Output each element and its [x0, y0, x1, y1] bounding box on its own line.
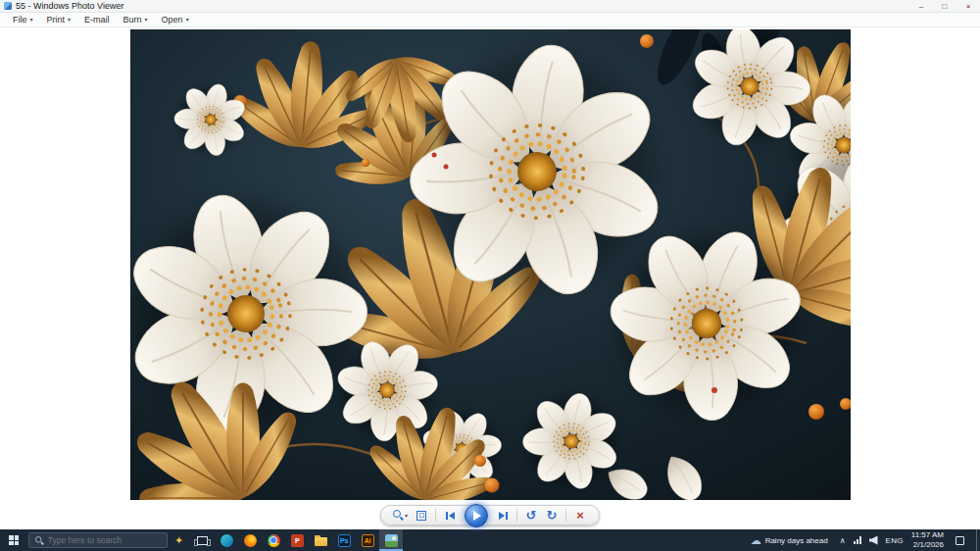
show-desktop-button[interactable] [976, 529, 980, 551]
actual-size-icon [416, 511, 426, 521]
system-tray: ☁ Rainy days ahead ∧ ENG 11:57 AM 2/1/20… [747, 529, 980, 551]
taskbar-app-file-explorer[interactable] [309, 529, 332, 551]
close-button[interactable]: × [956, 0, 980, 13]
previous-icon [446, 512, 448, 520]
viewer-content-area: ▾ ↺ ↻ × [0, 27, 980, 529]
chevron-down-icon: ▾ [145, 17, 148, 23]
volume-icon[interactable] [869, 536, 878, 545]
window-controls: – □ × [909, 0, 980, 13]
toolbar-separator [435, 509, 436, 522]
taskbar-app-illustrator[interactable]: Ai [356, 529, 379, 551]
next-icon [506, 512, 508, 520]
menu-open-label: Open [162, 15, 183, 25]
taskbar-search[interactable] [28, 532, 168, 548]
chevron-down-icon: ▾ [68, 17, 71, 23]
photoshop-icon: Ps [338, 534, 351, 547]
taskbar-app-chrome[interactable] [262, 529, 285, 551]
toolbar-separator [516, 509, 517, 522]
edge-icon [220, 534, 233, 547]
menu-burn-label: Burn [123, 15, 142, 25]
folder-icon [315, 537, 327, 546]
title-bar: 55 - Windows Photo Viewer – □ × [0, 0, 980, 13]
menu-print[interactable]: Print ▾ [40, 13, 78, 27]
chevron-down-icon: ▾ [186, 17, 189, 23]
magnifier-icon [393, 510, 404, 521]
menu-file-label: File [13, 15, 27, 25]
network-icon[interactable] [854, 536, 861, 544]
menu-burn[interactable]: Burn ▾ [117, 13, 155, 27]
next-button[interactable] [496, 508, 510, 524]
minimize-button[interactable]: – [909, 0, 933, 13]
window-title: 55 - Windows Photo Viewer [16, 0, 123, 13]
search-highlights-icon[interactable]: ✦ [168, 534, 190, 547]
taskbar-app-firefox[interactable] [238, 529, 262, 551]
actual-size-button[interactable] [415, 508, 428, 524]
start-button[interactable] [0, 529, 27, 551]
task-view-button[interactable] [197, 536, 208, 545]
windows-photo-viewer-window: 55 - Windows Photo Viewer – □ × File ▾ P… [0, 0, 980, 551]
clock-date: 2/1/2026 [911, 540, 944, 550]
rotate-left-button[interactable]: ↺ [524, 508, 538, 524]
flower-artwork [130, 29, 851, 500]
toolbar-separator [565, 509, 566, 522]
taskbar-app-photo-viewer[interactable] [379, 529, 403, 551]
firefox-icon [244, 534, 257, 547]
menu-email-label: E-mail [84, 15, 110, 25]
maximize-button[interactable]: □ [933, 0, 956, 13]
photo-image [130, 29, 851, 500]
taskbar-app-powerpoint[interactable]: P [285, 529, 309, 551]
menu-open[interactable]: Open ▾ [155, 13, 196, 27]
previous-icon [449, 512, 455, 520]
photo-viewer-app-icon [4, 2, 12, 10]
menu-print-label: Print [47, 15, 66, 25]
windows-logo-icon [9, 535, 19, 545]
menu-bar: File ▾ Print ▾ E-mail Burn ▾ Open ▾ [0, 13, 980, 27]
taskbar-app-microsoft-edge[interactable] [215, 529, 238, 551]
taskbar-clock[interactable]: 11:57 AM 2/1/2026 [911, 530, 944, 549]
cloud-icon: ☁ [751, 535, 761, 546]
delete-button[interactable]: × [573, 508, 587, 524]
zoom-button[interactable]: ▾ [393, 508, 408, 524]
clock-time: 11:57 AM [911, 530, 944, 540]
illustrator-icon: Ai [362, 534, 374, 547]
menu-email[interactable]: E-mail [77, 13, 117, 27]
weather-widget[interactable]: ☁ Rainy days ahead [747, 529, 832, 551]
hidden-icons-chevron[interactable]: ∧ [840, 536, 846, 545]
weather-text: Rainy days ahead [765, 536, 828, 545]
search-input[interactable] [48, 535, 162, 545]
viewer-toolbar: ▾ ↺ ↻ × [380, 505, 600, 526]
search-icon [35, 536, 43, 545]
play-slideshow-button[interactable] [465, 504, 488, 527]
powerpoint-icon: P [291, 534, 304, 547]
language-indicator[interactable]: ENG [886, 536, 904, 545]
next-icon [499, 512, 505, 520]
taskbar: ✦ P Ps Ai ☁ Rainy days ahead ∧ ENG 11:57… [0, 529, 980, 551]
photo-viewer-icon [385, 534, 398, 547]
action-center-button[interactable] [956, 536, 964, 545]
previous-button[interactable] [443, 508, 457, 524]
chevron-down-icon: ▾ [405, 512, 408, 519]
taskbar-app-photoshop[interactable]: Ps [332, 529, 356, 551]
chevron-down-icon: ▾ [30, 17, 33, 23]
rotate-right-button[interactable]: ↻ [545, 508, 559, 524]
menu-file[interactable]: File ▾ [6, 13, 40, 27]
play-icon [473, 511, 481, 521]
chrome-icon [268, 534, 280, 547]
